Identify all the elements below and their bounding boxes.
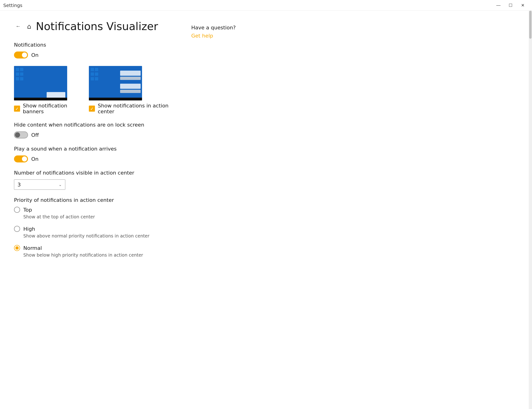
page-header: ← ⌂ Notifications Visualizer — [14, 20, 177, 33]
sound-toggle-thumb — [22, 156, 27, 161]
icon-row-2 — [91, 73, 98, 76]
banner-checkbox[interactable]: ✓ — [14, 106, 20, 112]
ac-notif-sm-1 — [120, 77, 141, 80]
priority-normal-row: Normal — [14, 245, 177, 251]
main-content: ← ⌂ Notifications Visualizer Notificatio… — [0, 11, 532, 409]
desktop-icon — [95, 77, 98, 80]
desktop-icon — [20, 77, 23, 80]
priority-section: Priority of notifications in action cent… — [14, 197, 177, 258]
notification-banner-preview — [47, 92, 65, 98]
desktop-icon — [16, 77, 19, 80]
close-button[interactable]: ✕ — [517, 0, 529, 11]
priority-normal-label: Normal — [23, 245, 42, 251]
icon-row-1 — [91, 68, 98, 71]
checkmark-icon: ✓ — [90, 106, 94, 111]
sidebar: Have a question? Get help — [191, 20, 280, 400]
banner-checkbox-label: Show notification banners — [23, 103, 82, 114]
lock-screen-toggle[interactable] — [14, 131, 28, 139]
notifications-section: Notifications On — [14, 42, 177, 58]
dropdown-value: 3 — [18, 182, 21, 188]
notifications-toggle-thumb — [22, 52, 27, 57]
priority-normal-radio[interactable] — [14, 245, 20, 251]
icon-row-3 — [91, 77, 98, 80]
icon-row-1 — [16, 68, 23, 71]
lock-screen-toggle-label: Off — [31, 132, 39, 138]
ac-notif-2 — [120, 84, 141, 89]
taskbar-preview — [14, 98, 67, 101]
priority-label: Priority of notifications in action cent… — [14, 197, 177, 203]
priority-radio-group: Top Show at the top of action center Hig… — [14, 207, 177, 258]
ac-notif-sm-2 — [120, 90, 141, 93]
priority-high-desc: Show above normal priority notifications… — [23, 233, 177, 238]
priority-high-option: High Show above normal priority notifica… — [14, 226, 177, 238]
action-center-notifs — [120, 71, 141, 93]
visible-count-label: Number of notifications visible in actio… — [14, 170, 177, 176]
priority-normal-option: Normal Show below high priority notifica… — [14, 245, 177, 258]
desktop-icons-left — [16, 68, 23, 80]
lock-screen-section: Hide content when notifications are on l… — [14, 122, 177, 139]
priority-top-option: Top Show at the top of action center — [14, 207, 177, 219]
banner-checkbox-row: ✓ Show notification banners — [14, 103, 82, 114]
titlebar-controls: — ☐ ✕ — [492, 0, 529, 11]
action-center-preview-card: ✓ Show notifications in action center — [89, 66, 177, 114]
sound-toggle-label: On — [31, 156, 38, 162]
desktop-icons-ac — [91, 68, 98, 80]
content-area: ← ⌂ Notifications Visualizer Notificatio… — [14, 20, 177, 400]
action-center-checkbox-label: Show notifications in action center — [98, 103, 177, 114]
preview-row: ✓ Show notification banners — [14, 66, 177, 114]
minimize-button[interactable]: — — [492, 0, 504, 11]
scrollbar-thumb[interactable] — [529, 11, 532, 39]
banner-preview-card: ✓ Show notification banners — [14, 66, 82, 114]
priority-top-radio[interactable] — [14, 207, 20, 213]
taskbar-preview-ac — [89, 98, 142, 101]
lock-screen-toggle-thumb — [15, 132, 20, 138]
sound-toggle[interactable] — [14, 155, 28, 162]
desktop-icon — [16, 73, 19, 76]
desktop-icon — [16, 68, 19, 71]
priority-high-row: High — [14, 226, 177, 232]
back-arrow-icon: ← — [16, 23, 21, 29]
sound-section: Play a sound when a notification arrives… — [14, 146, 177, 162]
icon-row-2 — [16, 73, 23, 76]
back-button[interactable]: ← — [14, 22, 22, 30]
maximize-button[interactable]: ☐ — [504, 0, 517, 11]
desktop-icon — [91, 73, 94, 76]
notifications-label: Notifications — [14, 42, 177, 48]
ac-spacer — [120, 81, 141, 83]
sound-label: Play a sound when a notification arrives — [14, 146, 177, 152]
notifications-toggle[interactable] — [14, 52, 28, 58]
scrollbar-track[interactable] — [529, 11, 532, 409]
priority-top-label: Top — [23, 207, 32, 213]
priority-high-radio[interactable] — [14, 226, 20, 232]
icon-row-3 — [16, 77, 23, 80]
desktop-icon — [91, 68, 94, 71]
desktop-icon — [20, 73, 23, 76]
desktop-icon — [95, 73, 98, 76]
banner-preview-image — [14, 66, 67, 101]
lock-screen-label: Hide content when notifications are on l… — [14, 122, 177, 128]
notifications-toggle-row: On — [14, 52, 177, 58]
priority-normal-desc: Show below high priority notifications i… — [23, 252, 177, 258]
lock-screen-toggle-row: Off — [14, 131, 177, 139]
desktop-icon — [20, 68, 23, 71]
priority-top-row: Top — [14, 207, 177, 213]
visible-count-section: Number of notifications visible in actio… — [14, 170, 177, 190]
visible-count-dropdown[interactable]: 3 ⌄ — [14, 179, 65, 190]
home-icon: ⌂ — [27, 23, 31, 30]
titlebar-title: Settings — [3, 3, 22, 8]
sidebar-question: Have a question? — [191, 25, 280, 30]
radio-selected-indicator — [15, 246, 19, 250]
action-center-preview-image — [89, 66, 142, 101]
action-center-checkbox[interactable]: ✓ — [89, 106, 95, 112]
titlebar-left: Settings — [3, 3, 22, 8]
action-center-checkbox-row: ✓ Show notifications in action center — [89, 103, 177, 114]
priority-top-desc: Show at the top of action center — [23, 214, 177, 219]
desktop-icon — [91, 77, 94, 80]
page-title: Notifications Visualizer — [36, 20, 158, 33]
notifications-toggle-label: On — [31, 52, 38, 58]
priority-high-label: High — [23, 226, 35, 232]
ac-notif-1 — [120, 71, 141, 76]
titlebar: Settings — ☐ ✕ — [0, 0, 532, 11]
get-help-link[interactable]: Get help — [191, 33, 213, 39]
desktop-icon — [95, 68, 98, 71]
